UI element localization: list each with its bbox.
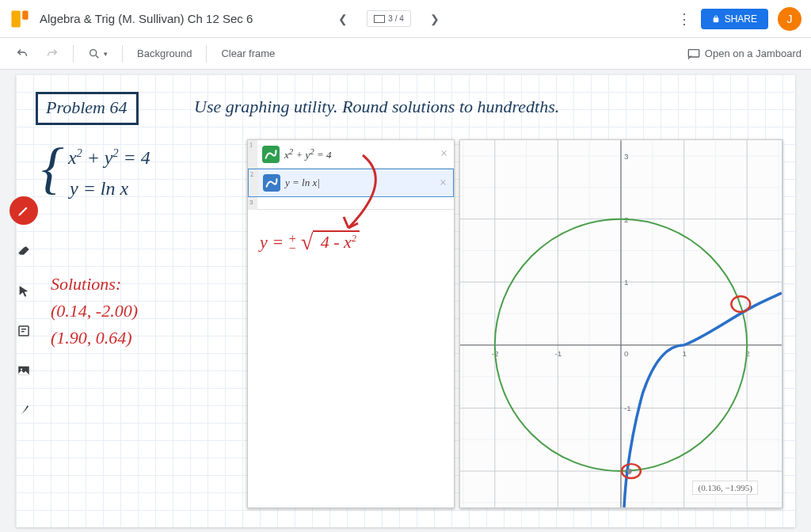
equation-2: y = ln x xyxy=(70,178,150,200)
row-number: 2 xyxy=(249,169,258,196)
share-button[interactable]: SHARE xyxy=(701,9,768,29)
zoom-button[interactable]: ▾ xyxy=(82,44,114,63)
clear-frame-button[interactable]: Clear frame xyxy=(215,44,281,63)
problem-box: Problem 64 xyxy=(36,92,139,125)
svg-rect-0 xyxy=(11,10,20,27)
y-tick: -1 xyxy=(624,404,631,412)
workspace: Problem 64 Use graphing utility. Round s… xyxy=(0,70,811,532)
x-tick: 1 xyxy=(683,349,687,358)
solutions-heading: Solutions: xyxy=(51,274,138,294)
x-tick: -1 xyxy=(554,349,562,358)
expression-panel[interactable]: 1 x2 + y2 = 4 × 2 y = ln x| × 3 xyxy=(247,139,455,508)
solution-2: (1.90, 0.64) xyxy=(51,328,138,348)
graph-panel[interactable]: -2 -1 0 1 2 3 2 1 -1 -2 xyxy=(459,139,782,508)
jamboard-logo-icon xyxy=(10,9,30,29)
y-tick: 3 xyxy=(624,152,629,161)
x-tick: 0 xyxy=(624,349,629,358)
sticky-note-tool-button[interactable] xyxy=(11,318,36,344)
equation-1: x2 + y2 = 4 xyxy=(68,147,150,169)
close-icon[interactable]: × xyxy=(440,176,447,190)
frame-counter-button[interactable]: 3 / 4 xyxy=(367,10,410,27)
frame-counter-text: 3 / 4 xyxy=(388,14,403,23)
svg-point-29 xyxy=(21,368,22,370)
system-of-equations: { x2 + y2 = 4 y = ln x xyxy=(48,147,150,200)
app-header: Algebra & Trig (M. Sullivan) Ch 12 Sec 6… xyxy=(0,0,811,38)
toolbar-divider xyxy=(122,45,123,63)
y-tick: 1 xyxy=(624,278,629,287)
curve-ln-icon[interactable] xyxy=(263,174,280,192)
more-options-button[interactable]: ⋮ xyxy=(668,10,701,28)
curve-circle-icon[interactable] xyxy=(262,146,280,163)
row-number: 1 xyxy=(248,140,257,168)
close-icon[interactable]: × xyxy=(440,146,447,161)
frame-icon xyxy=(374,15,385,23)
action-toolbar: ▾ Background Clear frame Open on a Jambo… xyxy=(0,38,811,70)
toolbar-divider xyxy=(73,45,74,63)
expression-1-text: x2 + y2 = 4 xyxy=(284,146,331,162)
eraser-tool-button[interactable] xyxy=(11,239,36,264)
toolbar-divider xyxy=(206,45,207,63)
annotation-sqrt: y = +− √ 4 - x2 xyxy=(260,230,360,255)
solution-1: (0.14, -2.00) xyxy=(51,301,138,321)
canvas[interactable]: Problem 64 Use graphing utility. Round s… xyxy=(16,74,795,527)
expression-row-2[interactable]: 2 y = ln x| × xyxy=(248,169,454,197)
svg-point-2 xyxy=(90,49,97,55)
coordinate-readout: (0.136, −1.995) xyxy=(692,481,758,495)
next-frame-button[interactable]: ❯ xyxy=(424,10,446,28)
expression-row-empty[interactable]: 3 xyxy=(248,197,454,210)
expression-row-1[interactable]: 1 x2 + y2 = 4 × xyxy=(248,140,454,169)
laser-tool-button[interactable] xyxy=(11,397,36,423)
redo-button[interactable] xyxy=(40,44,65,63)
image-tool-button[interactable] xyxy=(11,358,36,383)
cast-icon xyxy=(687,48,700,59)
open-on-jamboard-label: Open on a Jamboard xyxy=(705,48,801,59)
prev-frame-button[interactable]: ❮ xyxy=(332,10,354,28)
select-tool-button[interactable] xyxy=(11,279,36,304)
svg-rect-3 xyxy=(688,49,699,56)
document-title[interactable]: Algebra & Trig (M. Sullivan) Ch 12 Sec 6 xyxy=(40,12,253,25)
pen-tool-button[interactable] xyxy=(10,196,38,225)
tool-palette xyxy=(6,196,41,423)
expression-2-text: y = ln x| xyxy=(285,177,320,189)
background-button[interactable]: Background xyxy=(131,44,198,63)
open-on-jamboard-button[interactable]: Open on a Jamboard xyxy=(687,48,801,59)
share-label: SHARE xyxy=(725,13,757,25)
user-avatar[interactable]: J xyxy=(778,7,801,31)
lock-icon xyxy=(712,15,720,23)
svg-rect-1 xyxy=(22,10,28,19)
instruction-text: Use graphing utility. Round solutions to… xyxy=(194,97,559,117)
solutions-block: Solutions: (0.14, -2.00) (1.90, 0.64) xyxy=(51,274,138,355)
graph-svg: -2 -1 0 1 2 3 2 1 -1 -2 xyxy=(460,140,782,507)
row-number: 3 xyxy=(248,197,257,210)
frame-navigator: ❮ 3 / 4 ❯ xyxy=(332,10,445,28)
undo-button[interactable] xyxy=(10,44,35,63)
curve-lnx xyxy=(624,293,782,507)
readout-point xyxy=(627,469,632,473)
